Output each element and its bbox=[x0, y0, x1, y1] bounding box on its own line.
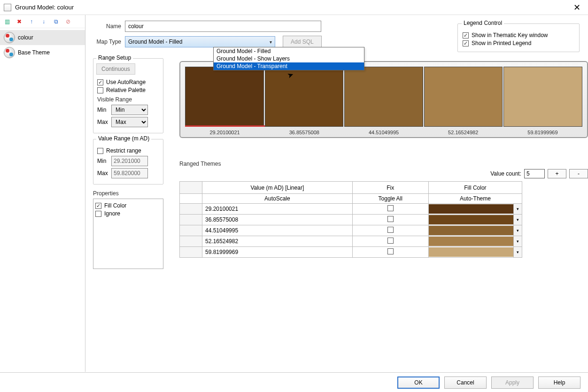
value-count-plus[interactable]: + bbox=[548, 169, 566, 178]
col-fix[interactable]: Fix bbox=[352, 182, 428, 194]
ok-button[interactable]: OK bbox=[397, 377, 440, 389]
col-value[interactable]: Value (m AD) [Linear] bbox=[202, 182, 353, 194]
new-icon[interactable]: ▥ bbox=[2, 16, 12, 27]
color-dropdown-icon[interactable]: ▾ bbox=[513, 236, 522, 246]
ranged-themes-table: Value (m AD) [Linear] Fix Fill Color Aut… bbox=[179, 181, 522, 258]
restrict-range-checkbox[interactable]: Restrict range bbox=[97, 147, 159, 154]
properties-list[interactable]: ✓Fill Color Ignore bbox=[93, 199, 163, 269]
copy-icon[interactable]: ⧉ bbox=[51, 16, 61, 27]
legend-control-label: Legend Control bbox=[462, 20, 504, 26]
color-dropdown-icon[interactable]: ▾ bbox=[513, 247, 522, 257]
map-type-value: Ground Model - Filled bbox=[128, 38, 182, 45]
delete-icon[interactable]: ✖ bbox=[14, 16, 24, 27]
row-header[interactable] bbox=[180, 204, 202, 215]
autoscale-button[interactable]: AutoScale bbox=[202, 194, 353, 204]
apply-button: Apply bbox=[491, 377, 534, 389]
name-input[interactable] bbox=[125, 21, 321, 32]
use-autorange-checkbox[interactable]: ✓Use AutoRange bbox=[97, 79, 159, 85]
disable-icon[interactable]: ⊘ bbox=[63, 16, 73, 27]
row-header[interactable] bbox=[180, 236, 202, 247]
value-max-input bbox=[111, 168, 148, 178]
visible-max-select[interactable]: Max bbox=[111, 117, 148, 127]
sidebar-toolbar: ▥ ✖ ↑ ↓ ⧉ ⊘ bbox=[0, 15, 85, 28]
visible-range-label: Visible Range bbox=[97, 96, 159, 103]
row-header[interactable] bbox=[180, 247, 202, 258]
fix-cell[interactable] bbox=[352, 236, 428, 247]
chevron-down-icon: ▾ bbox=[270, 39, 272, 45]
range-setup-group: Range Setup Continuous ✓Use AutoRange Re… bbox=[93, 58, 163, 133]
palette-swatch[interactable] bbox=[503, 67, 582, 127]
row-header[interactable] bbox=[180, 225, 202, 236]
ranged-themes-label: Ranged Themes bbox=[179, 161, 588, 167]
value-cell[interactable]: 52.16524982 bbox=[202, 236, 353, 247]
sidebar: ▥ ✖ ↑ ↓ ⧉ ⊘ colour Base Theme bbox=[0, 15, 85, 372]
fix-cell[interactable] bbox=[352, 247, 428, 258]
fill-color-cell[interactable]: ▾ bbox=[428, 236, 522, 247]
up-icon[interactable]: ↑ bbox=[26, 16, 37, 27]
map-type-option[interactable]: Ground Model - Transparent bbox=[214, 62, 364, 70]
table-corner bbox=[180, 182, 202, 194]
value-range-label: Value Range (m AD) bbox=[96, 135, 151, 142]
value-cell[interactable]: 44.51049995 bbox=[202, 225, 353, 236]
value-count-minus[interactable]: - bbox=[569, 169, 588, 178]
fix-cell[interactable] bbox=[352, 225, 428, 236]
fill-color-cell[interactable]: ▾ bbox=[428, 225, 522, 236]
cancel-button[interactable]: Cancel bbox=[444, 377, 487, 389]
prop-ignore-checkbox[interactable]: Ignore bbox=[95, 210, 161, 217]
map-type-option[interactable]: Ground Model - Filled bbox=[214, 47, 364, 55]
map-type-select[interactable]: Ground Model - Filled ▾ bbox=[125, 36, 275, 47]
tree-item-base-theme[interactable]: Base Theme bbox=[0, 45, 85, 60]
close-button[interactable]: ✕ bbox=[570, 2, 584, 13]
map-type-option[interactable]: Ground Model - Show Layers bbox=[214, 55, 364, 62]
show-thematic-checkbox[interactable]: ✓Show in Thematic Key window bbox=[463, 32, 574, 38]
visible-min-select[interactable]: Min bbox=[111, 105, 148, 115]
fill-color-cell[interactable]: ▾ bbox=[428, 204, 522, 215]
name-label: Name bbox=[93, 23, 121, 30]
help-button[interactable]: Help bbox=[538, 377, 580, 389]
title-bar: Ground Model: colour ✕ bbox=[0, 0, 588, 15]
palette-indicator bbox=[185, 125, 265, 127]
value-cell[interactable]: 29.20100021 bbox=[202, 204, 353, 215]
fill-color-cell[interactable]: ▾ bbox=[428, 247, 522, 258]
palette-swatch[interactable] bbox=[185, 67, 264, 127]
fill-color-cell[interactable]: ▾ bbox=[428, 215, 522, 225]
palette-swatch[interactable] bbox=[424, 67, 503, 127]
down-icon[interactable]: ↓ bbox=[39, 16, 49, 27]
palette-swatch[interactable] bbox=[265, 67, 344, 127]
map-type-label: Map Type bbox=[93, 38, 121, 45]
fix-cell[interactable] bbox=[352, 204, 428, 215]
palette-swatch[interactable] bbox=[344, 67, 423, 127]
col-fill[interactable]: Fill Color bbox=[428, 182, 522, 194]
prop-fill-color-checkbox[interactable]: ✓Fill Color bbox=[95, 202, 161, 209]
color-dropdown-icon[interactable]: ▾ bbox=[513, 215, 522, 225]
palette-tick: 29.20100021 bbox=[185, 130, 264, 135]
app-icon bbox=[4, 4, 11, 11]
theme-icon bbox=[4, 47, 15, 58]
range-setup-label: Range Setup bbox=[96, 54, 133, 61]
value-cell[interactable]: 59.81999969 bbox=[202, 247, 353, 258]
show-printed-checkbox[interactable]: ✓Show in Printed Legend bbox=[463, 40, 574, 46]
color-dropdown-icon[interactable]: ▾ bbox=[513, 204, 522, 214]
theme-icon bbox=[4, 32, 15, 43]
continuous-button: Continuous bbox=[96, 63, 135, 75]
fix-cell[interactable] bbox=[352, 215, 428, 225]
map-type-dropdown[interactable]: Ground Model - Filled Ground Model - Sho… bbox=[213, 47, 364, 70]
color-dropdown-icon[interactable]: ▾ bbox=[513, 225, 522, 236]
window-title: Ground Model: colour bbox=[15, 4, 570, 11]
value-count-input[interactable] bbox=[524, 169, 545, 178]
table-row: 29.20100021▾ bbox=[180, 204, 522, 215]
theme-tree: colour Base Theme bbox=[0, 28, 85, 372]
content-area: Name Map Type Ground Model - Filled ▾ Ad… bbox=[85, 15, 588, 372]
relative-palette-checkbox[interactable]: Relative Palette bbox=[97, 87, 159, 93]
auto-theme-button[interactable]: Auto-Theme bbox=[428, 194, 522, 204]
tree-item-colour[interactable]: colour bbox=[0, 30, 85, 45]
palette-tick: 52.16524982 bbox=[424, 130, 503, 135]
row-header[interactable] bbox=[180, 215, 202, 225]
toggle-all-button[interactable]: Toggle All bbox=[352, 194, 428, 204]
table-row: 52.16524982▾ bbox=[180, 236, 522, 247]
value-cell[interactable]: 36.85575008 bbox=[202, 215, 353, 225]
value-min-input bbox=[111, 156, 148, 166]
palette-preview: 29.2010002136.8557500844.5104999552.1652… bbox=[179, 61, 588, 138]
table-row: 44.51049995▾ bbox=[180, 225, 522, 236]
palette-tick: 44.51049995 bbox=[344, 130, 423, 135]
